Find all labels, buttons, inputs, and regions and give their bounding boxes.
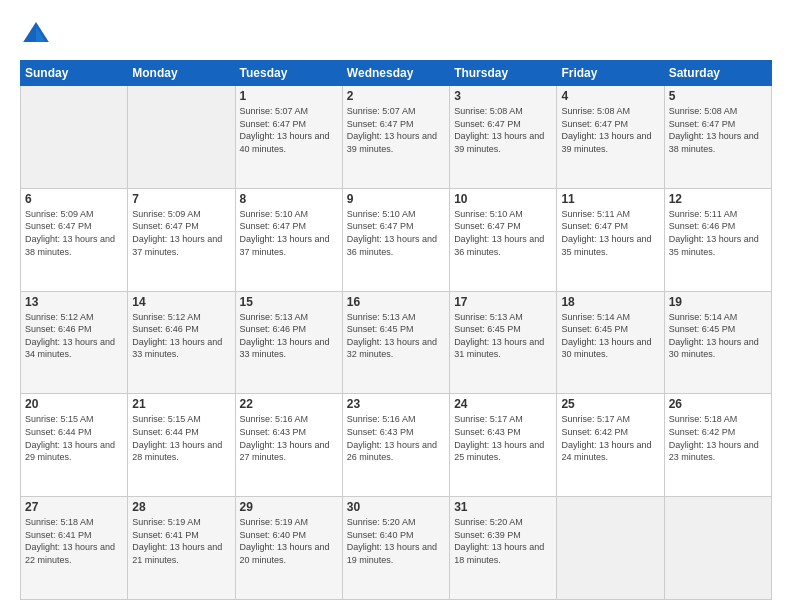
day-number: 6 [25, 192, 123, 206]
weekday-header: Thursday [450, 61, 557, 86]
day-number: 30 [347, 500, 445, 514]
weekday-header: Monday [128, 61, 235, 86]
day-info: Sunrise: 5:20 AM Sunset: 6:39 PM Dayligh… [454, 516, 552, 566]
day-info: Sunrise: 5:19 AM Sunset: 6:41 PM Dayligh… [132, 516, 230, 566]
calendar-cell: 12Sunrise: 5:11 AM Sunset: 6:46 PM Dayli… [664, 188, 771, 291]
day-info: Sunrise: 5:08 AM Sunset: 6:47 PM Dayligh… [561, 105, 659, 155]
calendar-cell: 22Sunrise: 5:16 AM Sunset: 6:43 PM Dayli… [235, 394, 342, 497]
day-number: 7 [132, 192, 230, 206]
day-info: Sunrise: 5:10 AM Sunset: 6:47 PM Dayligh… [454, 208, 552, 258]
calendar-cell: 5Sunrise: 5:08 AM Sunset: 6:47 PM Daylig… [664, 86, 771, 189]
calendar-cell [557, 497, 664, 600]
day-number: 27 [25, 500, 123, 514]
day-number: 18 [561, 295, 659, 309]
day-info: Sunrise: 5:07 AM Sunset: 6:47 PM Dayligh… [240, 105, 338, 155]
calendar-cell: 9Sunrise: 5:10 AM Sunset: 6:47 PM Daylig… [342, 188, 449, 291]
day-info: Sunrise: 5:09 AM Sunset: 6:47 PM Dayligh… [132, 208, 230, 258]
calendar-cell: 8Sunrise: 5:10 AM Sunset: 6:47 PM Daylig… [235, 188, 342, 291]
day-number: 15 [240, 295, 338, 309]
day-number: 14 [132, 295, 230, 309]
weekday-header: Wednesday [342, 61, 449, 86]
day-number: 24 [454, 397, 552, 411]
calendar-week-row: 6Sunrise: 5:09 AM Sunset: 6:47 PM Daylig… [21, 188, 772, 291]
day-number: 22 [240, 397, 338, 411]
calendar-cell: 10Sunrise: 5:10 AM Sunset: 6:47 PM Dayli… [450, 188, 557, 291]
day-info: Sunrise: 5:13 AM Sunset: 6:45 PM Dayligh… [454, 311, 552, 361]
calendar-cell [664, 497, 771, 600]
calendar-cell: 23Sunrise: 5:16 AM Sunset: 6:43 PM Dayli… [342, 394, 449, 497]
calendar-cell: 1Sunrise: 5:07 AM Sunset: 6:47 PM Daylig… [235, 86, 342, 189]
calendar-cell: 13Sunrise: 5:12 AM Sunset: 6:46 PM Dayli… [21, 291, 128, 394]
svg-marker-1 [36, 26, 46, 42]
weekday-header: Saturday [664, 61, 771, 86]
calendar-cell [128, 86, 235, 189]
day-info: Sunrise: 5:15 AM Sunset: 6:44 PM Dayligh… [132, 413, 230, 463]
day-number: 26 [669, 397, 767, 411]
page: SundayMondayTuesdayWednesdayThursdayFrid… [0, 0, 792, 612]
header [20, 18, 772, 50]
logo-icon [20, 18, 52, 50]
day-info: Sunrise: 5:12 AM Sunset: 6:46 PM Dayligh… [25, 311, 123, 361]
day-info: Sunrise: 5:16 AM Sunset: 6:43 PM Dayligh… [240, 413, 338, 463]
day-number: 11 [561, 192, 659, 206]
day-info: Sunrise: 5:17 AM Sunset: 6:43 PM Dayligh… [454, 413, 552, 463]
day-info: Sunrise: 5:14 AM Sunset: 6:45 PM Dayligh… [669, 311, 767, 361]
day-number: 20 [25, 397, 123, 411]
day-number: 25 [561, 397, 659, 411]
calendar-cell: 27Sunrise: 5:18 AM Sunset: 6:41 PM Dayli… [21, 497, 128, 600]
day-number: 28 [132, 500, 230, 514]
day-number: 21 [132, 397, 230, 411]
calendar-cell: 3Sunrise: 5:08 AM Sunset: 6:47 PM Daylig… [450, 86, 557, 189]
day-number: 1 [240, 89, 338, 103]
day-number: 4 [561, 89, 659, 103]
logo [20, 18, 56, 50]
calendar-cell: 30Sunrise: 5:20 AM Sunset: 6:40 PM Dayli… [342, 497, 449, 600]
day-number: 17 [454, 295, 552, 309]
day-info: Sunrise: 5:13 AM Sunset: 6:45 PM Dayligh… [347, 311, 445, 361]
calendar-cell: 17Sunrise: 5:13 AM Sunset: 6:45 PM Dayli… [450, 291, 557, 394]
day-info: Sunrise: 5:08 AM Sunset: 6:47 PM Dayligh… [669, 105, 767, 155]
calendar-cell: 28Sunrise: 5:19 AM Sunset: 6:41 PM Dayli… [128, 497, 235, 600]
calendar-week-row: 27Sunrise: 5:18 AM Sunset: 6:41 PM Dayli… [21, 497, 772, 600]
calendar-cell: 16Sunrise: 5:13 AM Sunset: 6:45 PM Dayli… [342, 291, 449, 394]
day-info: Sunrise: 5:18 AM Sunset: 6:42 PM Dayligh… [669, 413, 767, 463]
day-number: 8 [240, 192, 338, 206]
day-info: Sunrise: 5:11 AM Sunset: 6:47 PM Dayligh… [561, 208, 659, 258]
calendar-cell: 25Sunrise: 5:17 AM Sunset: 6:42 PM Dayli… [557, 394, 664, 497]
weekday-header: Friday [557, 61, 664, 86]
calendar-cell: 14Sunrise: 5:12 AM Sunset: 6:46 PM Dayli… [128, 291, 235, 394]
day-number: 3 [454, 89, 552, 103]
calendar-cell: 31Sunrise: 5:20 AM Sunset: 6:39 PM Dayli… [450, 497, 557, 600]
calendar-cell [21, 86, 128, 189]
day-number: 12 [669, 192, 767, 206]
day-number: 5 [669, 89, 767, 103]
day-number: 2 [347, 89, 445, 103]
calendar-cell: 18Sunrise: 5:14 AM Sunset: 6:45 PM Dayli… [557, 291, 664, 394]
calendar-cell: 20Sunrise: 5:15 AM Sunset: 6:44 PM Dayli… [21, 394, 128, 497]
calendar-cell: 11Sunrise: 5:11 AM Sunset: 6:47 PM Dayli… [557, 188, 664, 291]
calendar-header-row: SundayMondayTuesdayWednesdayThursdayFrid… [21, 61, 772, 86]
calendar-table: SundayMondayTuesdayWednesdayThursdayFrid… [20, 60, 772, 600]
calendar-cell: 4Sunrise: 5:08 AM Sunset: 6:47 PM Daylig… [557, 86, 664, 189]
calendar-week-row: 20Sunrise: 5:15 AM Sunset: 6:44 PM Dayli… [21, 394, 772, 497]
day-info: Sunrise: 5:20 AM Sunset: 6:40 PM Dayligh… [347, 516, 445, 566]
day-info: Sunrise: 5:11 AM Sunset: 6:46 PM Dayligh… [669, 208, 767, 258]
day-info: Sunrise: 5:08 AM Sunset: 6:47 PM Dayligh… [454, 105, 552, 155]
day-info: Sunrise: 5:15 AM Sunset: 6:44 PM Dayligh… [25, 413, 123, 463]
day-number: 23 [347, 397, 445, 411]
calendar-cell: 6Sunrise: 5:09 AM Sunset: 6:47 PM Daylig… [21, 188, 128, 291]
calendar-cell: 19Sunrise: 5:14 AM Sunset: 6:45 PM Dayli… [664, 291, 771, 394]
day-info: Sunrise: 5:09 AM Sunset: 6:47 PM Dayligh… [25, 208, 123, 258]
day-number: 16 [347, 295, 445, 309]
calendar-cell: 29Sunrise: 5:19 AM Sunset: 6:40 PM Dayli… [235, 497, 342, 600]
calendar-week-row: 13Sunrise: 5:12 AM Sunset: 6:46 PM Dayli… [21, 291, 772, 394]
weekday-header: Sunday [21, 61, 128, 86]
day-info: Sunrise: 5:10 AM Sunset: 6:47 PM Dayligh… [347, 208, 445, 258]
calendar-cell: 15Sunrise: 5:13 AM Sunset: 6:46 PM Dayli… [235, 291, 342, 394]
day-info: Sunrise: 5:14 AM Sunset: 6:45 PM Dayligh… [561, 311, 659, 361]
day-info: Sunrise: 5:16 AM Sunset: 6:43 PM Dayligh… [347, 413, 445, 463]
day-number: 13 [25, 295, 123, 309]
weekday-header: Tuesday [235, 61, 342, 86]
calendar-cell: 24Sunrise: 5:17 AM Sunset: 6:43 PM Dayli… [450, 394, 557, 497]
day-number: 29 [240, 500, 338, 514]
